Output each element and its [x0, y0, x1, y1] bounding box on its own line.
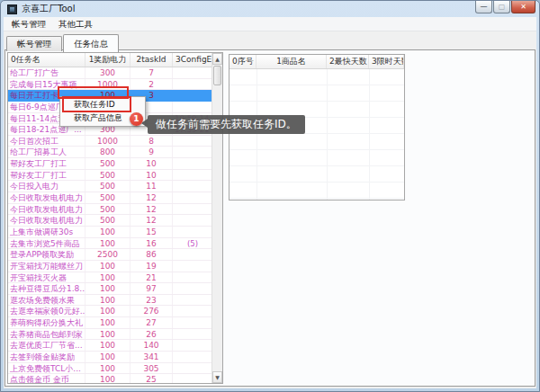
- task-name-cell: 今日投入电力: [8, 181, 86, 192]
- table-row[interactable]: 帮好友工厂打工 500 10: [8, 170, 212, 182]
- table-row[interactable]: 去种豆得豆瓜分1.8... 100 97: [8, 283, 212, 295]
- table-row[interactable]: 上集市做调研30s 100 15: [8, 227, 212, 238]
- reward-cell: 300: [86, 67, 130, 78]
- task-name-cell: 登录APP领取奖励: [8, 249, 86, 260]
- reward-cell: 100: [86, 340, 130, 351]
- task-id-cell: 21: [130, 272, 173, 283]
- table-row[interactable]: 开宝箱找万能螺丝刀 100 19: [8, 261, 212, 272]
- table-row[interactable]: 今日投入电力 500 11: [8, 181, 212, 192]
- task-name-cell: 帮好友工厂打工: [8, 170, 86, 181]
- task-name-cell: 今日收取发电机电力: [8, 215, 86, 226]
- table-row[interactable]: 给工厂打广告 300 7: [8, 67, 212, 79]
- product-table-header: 0序号 1商品名 2最快天数 3限时天数: [230, 55, 404, 69]
- config-extra-cell: [173, 102, 212, 112]
- task-name-cell: 开宝箱找万能螺丝刀: [8, 261, 86, 272]
- app-icon: [7, 4, 17, 14]
- product-table-body: [230, 69, 404, 200]
- header-index[interactable]: 0序号: [230, 55, 256, 68]
- task-id-cell: 9: [130, 147, 173, 157]
- config-extra-cell: [173, 181, 212, 192]
- config-extra-cell: [173, 352, 212, 362]
- table-row[interactable]: 去逛优质工厂节省... 100 140: [8, 340, 212, 352]
- config-extra-cell: [173, 192, 212, 203]
- config-extra-cell: [173, 170, 212, 181]
- scroll-down-icon[interactable]: ▼: [212, 371, 222, 383]
- task-name-cell: 养萌狗得积分换大礼: [8, 317, 86, 328]
- config-extra-cell: [173, 363, 212, 374]
- table-row[interactable]: 养萌狗得积分换大礼 100 27: [8, 317, 212, 329]
- reward-cell: 1000: [86, 136, 130, 147]
- table-row[interactable]: 去签到领金贴奖励 100 341: [8, 352, 212, 363]
- task-id-cell: 7: [130, 67, 173, 78]
- reward-cell: 100: [86, 374, 130, 383]
- task-id-cell: 12: [130, 215, 173, 226]
- scroll-up-icon[interactable]: ▲: [212, 53, 222, 65]
- task-name-cell: 今日收取发电机电力: [8, 192, 86, 203]
- header-fastest-days[interactable]: 2最快天数: [327, 55, 369, 68]
- minimize-button[interactable]: —: [475, 1, 492, 13]
- header-reward-power[interactable]: 1奖励电力: [86, 53, 130, 67]
- tab-task-info[interactable]: 任务信息: [63, 34, 119, 52]
- close-button[interactable]: ✕: [511, 1, 536, 13]
- reward-cell: 800: [86, 147, 130, 157]
- table-row[interactable]: 今日首次招工 1000 8: [8, 136, 212, 147]
- table-row[interactable]: 今日收取发电机电力 500 12: [8, 192, 212, 204]
- menu-other-tools[interactable]: 其他工具: [52, 17, 99, 31]
- table-row[interactable]: 登录APP领取奖励 2500 86: [8, 249, 212, 261]
- title-bar[interactable]: 京喜工厂Tool: [1, 1, 539, 17]
- client-area: 帐号管理 其他工具 帐号管理 任务信息 0任务名 1奖励电力 2taskId 3…: [4, 17, 536, 388]
- task-id-cell: 341: [130, 352, 173, 362]
- task-table-header: 0任务名 1奖励电力 2taskId 3ConfigExtra: [8, 53, 212, 67]
- task-name-cell: 帮好友工厂打工: [8, 158, 86, 169]
- task-name-cell: 去签到领金贴奖励: [8, 352, 86, 362]
- config-extra-cell: [173, 272, 212, 283]
- scrollbar-thumb[interactable]: [213, 66, 221, 85]
- window-title: 京喜工厂Tool: [22, 3, 75, 15]
- table-row[interactable]: 去逛幸福家领0元好... 100 276: [8, 306, 212, 317]
- table-row[interactable]: 今日收取发电机电力 500 12: [8, 215, 212, 227]
- config-extra-cell: [173, 374, 212, 383]
- task-name-cell: 去逛幸福家领0元好...: [8, 306, 86, 316]
- task-id-cell: 8: [130, 136, 173, 147]
- task-table-scrollbar[interactable]: ▲ ▼: [212, 53, 222, 383]
- table-row[interactable]: 帮好友工厂打工 500 10: [8, 158, 212, 170]
- config-extra-cell: [173, 306, 212, 316]
- table-row[interactable]: 逛农场免费领水果 100 23: [8, 295, 212, 307]
- task-id-cell: 16: [130, 238, 173, 249]
- task-name-cell: 去逛优质工厂节省...: [8, 340, 86, 351]
- config-extra-cell: [173, 204, 212, 215]
- header-task-name[interactable]: 0任务名: [8, 53, 86, 67]
- maximize-button[interactable]: ▢: [493, 1, 510, 13]
- menu-account-management[interactable]: 帐号管理: [5, 17, 52, 31]
- header-product-name[interactable]: 1商品名: [256, 55, 327, 68]
- header-limit-days[interactable]: 3限时天数: [369, 55, 404, 68]
- annotation-box-menu-item: [62, 96, 131, 112]
- task-name-cell: 给工厂招募工人: [8, 147, 86, 157]
- grid-line: [256, 69, 257, 200]
- table-row[interactable]: 去养猪商品包邮到家 100 26: [8, 329, 212, 341]
- header-config-extra[interactable]: 3ConfigExtra: [173, 53, 213, 67]
- config-extra-cell: [173, 261, 212, 272]
- reward-cell: 100: [86, 283, 130, 294]
- task-id-cell: 140: [130, 340, 173, 351]
- task-id-cell: 12: [130, 192, 173, 203]
- config-extra-cell: [173, 79, 212, 90]
- table-row[interactable]: 今日收取发电机电力 500 12: [8, 204, 212, 216]
- reward-cell: 2500: [86, 249, 130, 260]
- table-row[interactable]: 上京免费领TCL小... 100 305: [8, 363, 212, 375]
- config-extra-cell: [173, 158, 212, 169]
- config-extra-cell: [173, 340, 212, 351]
- config-extra-cell: [173, 317, 212, 328]
- task-id-cell: 19: [130, 261, 173, 272]
- config-extra-cell: (5): [173, 238, 212, 249]
- header-task-id[interactable]: 2taskId: [130, 53, 173, 67]
- tab-account[interactable]: 帐号管理: [6, 36, 62, 51]
- table-row[interactable]: 去集市浏览5件商品 100 16 (5): [8, 238, 212, 250]
- table-row[interactable]: 开宝箱找灭火器 100 21: [8, 272, 212, 284]
- task-id-cell: 97: [130, 283, 173, 294]
- task-id-cell: 305: [130, 363, 173, 374]
- task-name-cell: 去养猪商品包邮到家: [8, 329, 86, 340]
- table-row[interactable]: 点击领金币 金币 100 25: [8, 374, 212, 383]
- reward-cell: 100: [86, 306, 130, 316]
- table-row[interactable]: 给工厂招募工人 800 9: [8, 147, 212, 158]
